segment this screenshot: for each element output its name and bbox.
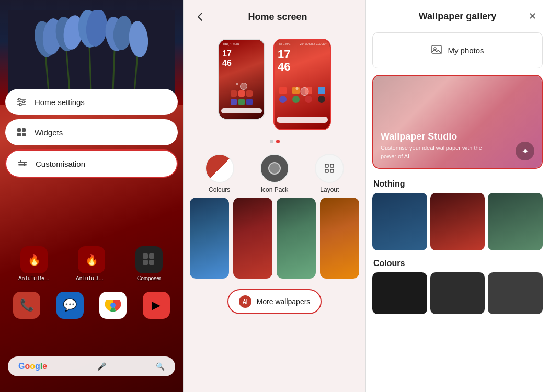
colour-cell-1[interactable] (372, 272, 427, 314)
app-grid: 🔥 AnTuTu Benc... 🔥 AnTuTu 3D B... (5, 246, 178, 329)
icon-pack-option[interactable]: Icon Pack (260, 154, 289, 193)
my-photos-label: My photos (448, 46, 484, 55)
more-wallpapers-button[interactable]: AI More wallpapers (227, 289, 322, 314)
panel3-title: Wallpaper gallery (419, 11, 496, 22)
photo-icon (431, 43, 442, 57)
panel-home-screen: Home screen FRI, 1 MAR 17 46 (183, 0, 366, 392)
nothing-wp-2[interactable] (430, 193, 485, 250)
app-youtube[interactable]: ▶ (141, 292, 172, 319)
widgets-icon (16, 126, 27, 138)
google-logo: Google (18, 362, 47, 371)
more-wallpapers-label: More wallpapers (257, 297, 311, 306)
widgets-item[interactable]: Widgets (5, 119, 178, 145)
app-antutubench[interactable]: 🔥 AnTuTu Benc... (18, 246, 50, 281)
colour-cell-3[interactable] (488, 272, 543, 314)
app-antutu3d[interactable]: 🔥 AnTuTu 3D B... (76, 246, 107, 281)
p2-footer: AI More wallpapers (184, 279, 365, 392)
ws-title: Wallpaper Studio (381, 131, 534, 142)
svg-point-35 (110, 303, 116, 308)
panel2-header: Home screen (184, 0, 365, 33)
customisation-item[interactable]: Customisation (5, 149, 178, 178)
svg-rect-39 (330, 169, 334, 172)
ai-badge: AI (239, 295, 251, 308)
app-antutu3d-label: AnTuTu 3D B... (76, 275, 107, 281)
lens-icon[interactable]: 🔍 (156, 362, 165, 371)
nothing-wp-1[interactable] (372, 193, 427, 250)
svg-rect-22 (22, 128, 26, 132)
nothing-wallpaper-row (366, 193, 549, 257)
search-bar[interactable]: Google 🎤 🔍 (8, 356, 175, 376)
colours-icon (205, 154, 234, 183)
svg-rect-25 (18, 162, 27, 163)
widgets-label: Widgets (35, 128, 63, 137)
nothing-section-label: Nothing (366, 177, 549, 193)
svg-rect-27 (20, 160, 21, 163)
home-settings-item[interactable]: Home settings (5, 89, 178, 115)
nothing-wp-3[interactable] (488, 193, 543, 250)
svg-rect-31 (143, 260, 148, 265)
colour-cell-2[interactable] (430, 272, 485, 314)
svg-rect-21 (17, 128, 21, 132)
app-antutubench-label: AnTuTu Benc... (18, 275, 50, 281)
home-settings-label: Home settings (35, 98, 85, 107)
svg-point-20 (19, 103, 21, 106)
ws-subtitle: Customise your ideal wallpaper with the … (381, 144, 496, 160)
svg-rect-24 (22, 133, 26, 136)
my-photos-card[interactable]: My photos (372, 32, 543, 68)
icon-pack-label: Icon Pack (261, 186, 289, 193)
custom-options: Colours Icon Pack Layout (184, 147, 365, 198)
colours-option[interactable]: Colours (205, 154, 234, 193)
phone-mockup-1[interactable]: FRI, 1 MAR 17 46 (218, 39, 265, 120)
icon-pack-icon (260, 154, 289, 183)
close-button[interactable]: ✕ (525, 8, 541, 24)
svg-rect-36 (325, 164, 328, 167)
app-chrome[interactable] (97, 292, 129, 319)
wallpaper-studio-card[interactable]: Wallpaper Studio Customise your ideal wa… (372, 75, 543, 169)
dot-2 (276, 140, 280, 143)
svg-point-18 (18, 98, 20, 100)
svg-point-19 (22, 101, 25, 103)
svg-rect-28 (24, 163, 25, 166)
mini-status-1: FRI, 1 MAR (223, 43, 260, 46)
app-phone[interactable]: 📞 (11, 292, 42, 319)
app-messages[interactable]: 💬 (54, 292, 86, 319)
mini-clock-1: 17 46 (222, 49, 232, 67)
context-menu: Home settings Widgets (5, 89, 178, 178)
home-settings-icon (16, 96, 27, 108)
mic-icon[interactable]: 🎤 (97, 362, 106, 371)
dot-1 (270, 140, 273, 143)
layout-label: Layout (320, 186, 339, 193)
customisation-icon (17, 158, 28, 169)
wp-thumb-blue[interactable] (190, 198, 229, 279)
colours-row (366, 272, 549, 318)
app-composer[interactable]: Composer (133, 246, 165, 281)
wp-thumb-green[interactable] (277, 198, 316, 279)
panel2-title: Home screen (215, 11, 340, 22)
swipe-dots (184, 139, 365, 147)
app-composer-label: Composer (133, 275, 165, 281)
app-row-1: 🔥 AnTuTu Benc... 🔥 AnTuTu 3D B... (5, 246, 178, 281)
svg-rect-37 (330, 164, 334, 167)
svg-rect-32 (149, 260, 154, 265)
colours-label: Colours (209, 186, 230, 193)
back-button[interactable] (192, 8, 209, 25)
wallpaper-grid (184, 198, 365, 279)
ws-stars-button[interactable]: ✦ (516, 142, 534, 160)
svg-rect-23 (17, 133, 21, 136)
app-row-2: 📞 💬 (5, 292, 178, 319)
phone-mockups: FRI, 1 MAR 17 46 (184, 33, 365, 135)
svg-rect-26 (18, 164, 27, 166)
svg-rect-29 (143, 253, 148, 259)
panel-home: Home settings Widgets (0, 0, 183, 392)
svg-rect-30 (149, 253, 154, 259)
panel-wallpaper-gallery: Wallpaper gallery ✕ My photos Wallpaper … (366, 0, 549, 392)
wp-thumb-red[interactable] (233, 198, 272, 279)
panel3-header: Wallpaper gallery ✕ (366, 0, 549, 32)
wp-thumb-orange[interactable] (320, 198, 359, 279)
phone-mockup-2[interactable]: FRI, 1 MAR 25° MOSTLY CLOUDY 17 46 (273, 39, 331, 130)
layout-icon (315, 154, 344, 183)
colours-section-label: Colours (366, 257, 549, 272)
svg-rect-38 (325, 169, 328, 172)
layout-option[interactable]: Layout (315, 154, 344, 193)
customisation-label: Customisation (36, 159, 85, 168)
